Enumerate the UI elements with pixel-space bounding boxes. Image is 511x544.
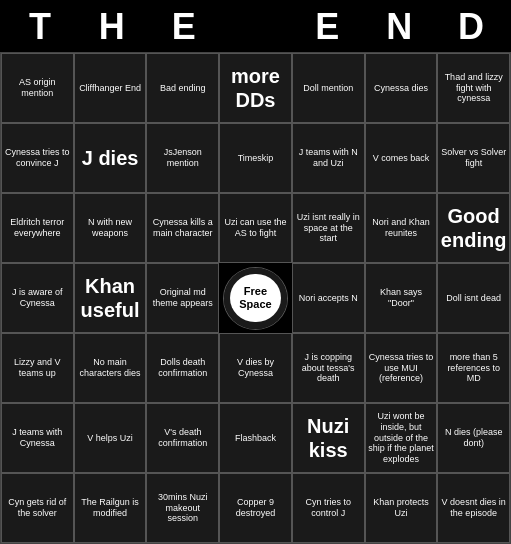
cell-4-1[interactable]: No main characters dies (74, 333, 147, 403)
cell-5-1[interactable]: V helps Uzi (74, 403, 147, 473)
cell-1-4[interactable]: J teams with N and Uzi (292, 123, 365, 193)
cell-0-0[interactable]: AS origin mention (1, 53, 74, 123)
header-letter-6: D (435, 6, 507, 48)
cell-1-3[interactable]: Timeskip (219, 123, 292, 193)
cell-1-2[interactable]: JsJenson mention (146, 123, 219, 193)
cell-1-0[interactable]: Cynessa tries to convince J (1, 123, 74, 193)
cell-6-3[interactable]: Copper 9 destroyed (219, 473, 292, 543)
cell-4-3[interactable]: V dies by Cynessa (219, 333, 292, 403)
cell-4-4[interactable]: J is copping about tessa's death (292, 333, 365, 403)
bingo-grid: AS origin mentionCliffhanger EndBad endi… (0, 52, 511, 544)
cell-0-6[interactable]: Thad and lizzy fight with cynessa (437, 53, 510, 123)
header-letter-1: H (76, 6, 148, 48)
bingo-container: THEEND AS origin mentionCliffhanger EndB… (0, 0, 511, 544)
cell-1-6[interactable]: Solver vs Solver fight (437, 123, 510, 193)
cell-3-2[interactable]: Original md theme appears (146, 263, 219, 333)
cell-6-1[interactable]: The Railgun is modified (74, 473, 147, 543)
cell-3-5[interactable]: Khan says "Door" (365, 263, 438, 333)
cell-4-6[interactable]: more than 5 references to MD (437, 333, 510, 403)
cell-3-3[interactable]: Free Space (223, 267, 288, 330)
cell-5-6[interactable]: N dies (please dont) (437, 403, 510, 473)
header-letter-4: E (291, 6, 363, 48)
header-letter-0: T (4, 6, 76, 48)
cell-6-4[interactable]: Cyn tries to control J (292, 473, 365, 543)
cell-3-6[interactable]: Doll isnt dead (437, 263, 510, 333)
cell-4-2[interactable]: Dolls death confirmation (146, 333, 219, 403)
cell-0-4[interactable]: Doll mention (292, 53, 365, 123)
cell-3-0[interactable]: J is aware of Cynessa (1, 263, 74, 333)
cell-2-4[interactable]: Uzi isnt really in space at the start (292, 193, 365, 263)
cell-1-1[interactable]: J dies (74, 123, 147, 193)
cell-5-2[interactable]: V's death confirmation (146, 403, 219, 473)
cell-4-5[interactable]: Cynessa tries to use MUI (reference) (365, 333, 438, 403)
cell-0-3[interactable]: more DDs (219, 53, 292, 123)
cell-2-5[interactable]: Nori and Khan reunites (365, 193, 438, 263)
cell-2-6[interactable]: Good ending (437, 193, 510, 263)
cell-5-5[interactable]: Uzi wont be inside, but outside of the s… (365, 403, 438, 473)
cell-1-5[interactable]: V comes back (365, 123, 438, 193)
header-letter-2: E (148, 6, 220, 48)
cell-2-3[interactable]: Uzi can use the AS to fight (219, 193, 292, 263)
cell-5-4[interactable]: Nuzi kiss (292, 403, 365, 473)
cell-3-1[interactable]: Khan useful (74, 263, 147, 333)
cell-4-0[interactable]: Lizzy and V teams up (1, 333, 74, 403)
cell-0-5[interactable]: Cynessa dies (365, 53, 438, 123)
cell-2-0[interactable]: Eldritch terror everywhere (1, 193, 74, 263)
cell-6-0[interactable]: Cyn gets rid of the solver (1, 473, 74, 543)
cell-6-6[interactable]: V doesnt dies in the episode (437, 473, 510, 543)
cell-2-1[interactable]: N with new weapons (74, 193, 147, 263)
cell-6-5[interactable]: Khan protects Uzi (365, 473, 438, 543)
cell-0-1[interactable]: Cliffhanger End (74, 53, 147, 123)
free-space-text: Free Space (230, 274, 281, 323)
header-letter-5: N (363, 6, 435, 48)
cell-0-2[interactable]: Bad ending (146, 53, 219, 123)
cell-2-2[interactable]: Cynessa kills a main character (146, 193, 219, 263)
cell-5-0[interactable]: J teams with Cynessa (1, 403, 74, 473)
cell-3-4[interactable]: Nori accepts N (292, 263, 365, 333)
bingo-header: THEEND (0, 0, 511, 52)
cell-5-3[interactable]: Flashback (219, 403, 292, 473)
cell-6-2[interactable]: 30mins Nuzi makeout session (146, 473, 219, 543)
